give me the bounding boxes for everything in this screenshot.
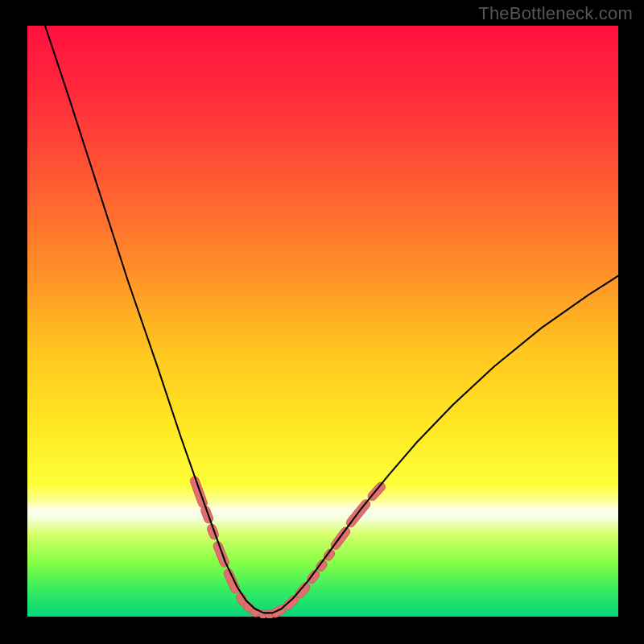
bottleneck-curve xyxy=(45,26,618,613)
curve-marker xyxy=(212,540,230,568)
curve-layer xyxy=(27,26,618,618)
curve-marker xyxy=(200,505,214,525)
chart-frame: TheBottleneck.com xyxy=(0,0,644,644)
plot-area xyxy=(27,26,618,618)
curve-marker xyxy=(189,475,208,509)
curve-marker xyxy=(223,568,242,594)
watermark-text: TheBottleneck.com xyxy=(478,3,633,24)
data-markers xyxy=(189,475,387,618)
